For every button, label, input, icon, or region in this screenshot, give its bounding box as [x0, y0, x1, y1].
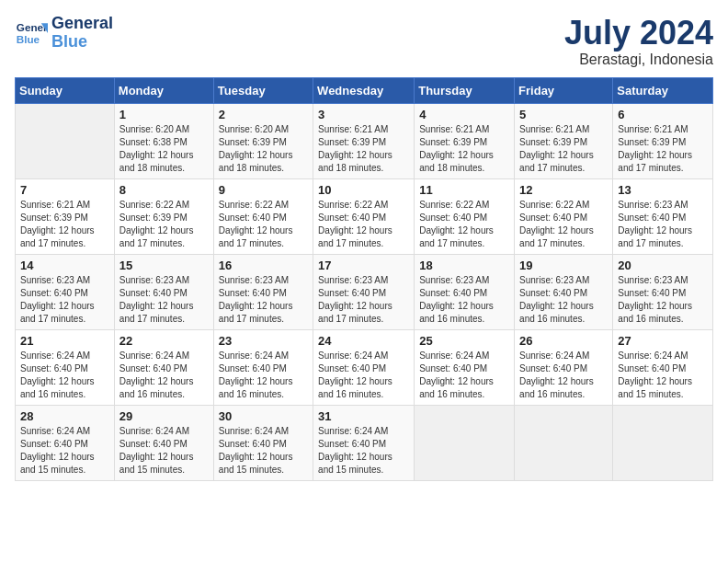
week-row-2: 7Sunrise: 6:21 AMSunset: 6:39 PMDaylight…	[16, 178, 713, 254]
svg-text:Blue: Blue	[17, 33, 40, 45]
day-cell: 7Sunrise: 6:21 AMSunset: 6:39 PMDaylight…	[16, 178, 115, 254]
logo: General Blue General Blue	[15, 15, 113, 52]
day-number: 23	[219, 334, 308, 348]
day-cell	[415, 405, 515, 480]
day-number: 8	[119, 183, 209, 197]
day-info: Sunrise: 6:23 AMSunset: 6:40 PMDaylight:…	[20, 274, 109, 326]
day-cell: 5Sunrise: 6:21 AMSunset: 6:39 PMDaylight…	[515, 103, 613, 178]
header-row: SundayMondayTuesdayWednesdayThursdayFrid…	[16, 77, 713, 103]
day-info: Sunrise: 6:24 AMSunset: 6:40 PMDaylight:…	[618, 350, 708, 401]
day-info: Sunrise: 6:22 AMSunset: 6:39 PMDaylight:…	[119, 199, 209, 250]
day-info: Sunrise: 6:24 AMSunset: 6:40 PMDaylight:…	[519, 350, 608, 401]
day-info: Sunrise: 6:21 AMSunset: 6:39 PMDaylight:…	[419, 123, 509, 175]
day-cell: 10Sunrise: 6:22 AMSunset: 6:40 PMDayligh…	[313, 178, 415, 254]
day-cell: 15Sunrise: 6:23 AMSunset: 6:40 PMDayligh…	[114, 254, 213, 329]
day-info: Sunrise: 6:23 AMSunset: 6:40 PMDaylight:…	[219, 274, 308, 326]
day-cell: 3Sunrise: 6:21 AMSunset: 6:39 PMDaylight…	[313, 103, 415, 178]
logo-icon: General Blue	[15, 17, 48, 50]
day-info: Sunrise: 6:24 AMSunset: 6:40 PMDaylight:…	[219, 350, 308, 401]
day-cell: 28Sunrise: 6:24 AMSunset: 6:40 PMDayligh…	[16, 405, 115, 480]
day-cell: 20Sunrise: 6:23 AMSunset: 6:40 PMDayligh…	[613, 254, 713, 329]
day-cell: 17Sunrise: 6:23 AMSunset: 6:40 PMDayligh…	[313, 254, 415, 329]
day-cell	[515, 405, 613, 480]
day-number: 20	[618, 259, 708, 272]
day-number: 24	[318, 334, 409, 348]
day-info: Sunrise: 6:23 AMSunset: 6:40 PMDaylight:…	[419, 274, 509, 326]
day-info: Sunrise: 6:23 AMSunset: 6:40 PMDaylight:…	[618, 199, 708, 250]
day-cell: 18Sunrise: 6:23 AMSunset: 6:40 PMDayligh…	[415, 254, 515, 329]
day-info: Sunrise: 6:21 AMSunset: 6:39 PMDaylight:…	[318, 123, 409, 175]
day-number: 16	[219, 259, 308, 272]
day-number: 12	[519, 183, 608, 197]
day-number: 6	[618, 108, 708, 121]
day-number: 5	[519, 108, 608, 121]
day-cell: 9Sunrise: 6:22 AMSunset: 6:40 PMDaylight…	[213, 178, 313, 254]
day-cell: 2Sunrise: 6:20 AMSunset: 6:39 PMDaylight…	[213, 103, 313, 178]
day-number: 28	[20, 409, 109, 423]
day-number: 10	[318, 183, 409, 197]
day-number: 19	[519, 259, 608, 272]
col-header-monday: Monday	[114, 77, 213, 103]
day-number: 22	[119, 334, 209, 348]
day-info: Sunrise: 6:21 AMSunset: 6:39 PMDaylight:…	[519, 123, 608, 175]
day-cell	[613, 405, 713, 480]
calendar-table: SundayMondayTuesdayWednesdayThursdayFrid…	[15, 77, 713, 481]
day-number: 17	[318, 259, 409, 272]
month-title: July 2024	[564, 15, 713, 52]
day-info: Sunrise: 6:22 AMSunset: 6:40 PMDaylight:…	[318, 199, 409, 250]
day-number: 13	[618, 183, 708, 197]
day-cell: 1Sunrise: 6:20 AMSunset: 6:38 PMDaylight…	[114, 103, 213, 178]
day-info: Sunrise: 6:24 AMSunset: 6:40 PMDaylight:…	[119, 425, 209, 477]
day-info: Sunrise: 6:23 AMSunset: 6:40 PMDaylight:…	[618, 274, 708, 326]
day-cell: 4Sunrise: 6:21 AMSunset: 6:39 PMDaylight…	[415, 103, 515, 178]
day-number: 26	[519, 334, 608, 348]
day-cell: 13Sunrise: 6:23 AMSunset: 6:40 PMDayligh…	[613, 178, 713, 254]
col-header-sunday: Sunday	[16, 77, 115, 103]
day-cell: 22Sunrise: 6:24 AMSunset: 6:40 PMDayligh…	[114, 329, 213, 405]
day-cell: 27Sunrise: 6:24 AMSunset: 6:40 PMDayligh…	[613, 329, 713, 405]
day-number: 31	[318, 409, 409, 423]
page-header: General Blue General Blue July 2024 Bera…	[15, 15, 713, 68]
day-number: 7	[20, 183, 109, 197]
col-header-thursday: Thursday	[415, 77, 515, 103]
day-number: 14	[20, 259, 109, 272]
day-info: Sunrise: 6:24 AMSunset: 6:40 PMDaylight:…	[119, 350, 209, 401]
day-number: 29	[119, 409, 209, 423]
day-cell: 19Sunrise: 6:23 AMSunset: 6:40 PMDayligh…	[515, 254, 613, 329]
day-number: 25	[419, 334, 509, 348]
day-info: Sunrise: 6:23 AMSunset: 6:40 PMDaylight:…	[119, 274, 209, 326]
day-info: Sunrise: 6:22 AMSunset: 6:40 PMDaylight:…	[219, 199, 308, 250]
day-cell: 29Sunrise: 6:24 AMSunset: 6:40 PMDayligh…	[114, 405, 213, 480]
day-number: 11	[419, 183, 509, 197]
day-number: 2	[219, 108, 308, 121]
day-number: 18	[419, 259, 509, 272]
col-header-saturday: Saturday	[613, 77, 713, 103]
day-cell: 21Sunrise: 6:24 AMSunset: 6:40 PMDayligh…	[16, 329, 115, 405]
day-info: Sunrise: 6:23 AMSunset: 6:40 PMDaylight:…	[318, 274, 409, 326]
day-number: 4	[419, 108, 509, 121]
day-number: 9	[219, 183, 308, 197]
week-row-3: 14Sunrise: 6:23 AMSunset: 6:40 PMDayligh…	[16, 254, 713, 329]
day-info: Sunrise: 6:24 AMSunset: 6:40 PMDaylight:…	[419, 350, 509, 401]
day-info: Sunrise: 6:24 AMSunset: 6:40 PMDaylight:…	[318, 425, 409, 477]
logo-text: General Blue	[51, 15, 113, 52]
week-row-4: 21Sunrise: 6:24 AMSunset: 6:40 PMDayligh…	[16, 329, 713, 405]
day-info: Sunrise: 6:23 AMSunset: 6:40 PMDaylight:…	[519, 274, 608, 326]
day-cell: 12Sunrise: 6:22 AMSunset: 6:40 PMDayligh…	[515, 178, 613, 254]
day-cell: 8Sunrise: 6:22 AMSunset: 6:39 PMDaylight…	[114, 178, 213, 254]
day-cell: 31Sunrise: 6:24 AMSunset: 6:40 PMDayligh…	[313, 405, 415, 480]
day-info: Sunrise: 6:22 AMSunset: 6:40 PMDaylight:…	[419, 199, 509, 250]
day-info: Sunrise: 6:20 AMSunset: 6:38 PMDaylight:…	[119, 123, 209, 175]
day-cell: 30Sunrise: 6:24 AMSunset: 6:40 PMDayligh…	[213, 405, 313, 480]
day-number: 21	[20, 334, 109, 348]
day-info: Sunrise: 6:24 AMSunset: 6:40 PMDaylight:…	[20, 425, 109, 477]
day-info: Sunrise: 6:24 AMSunset: 6:40 PMDaylight:…	[318, 350, 409, 401]
day-info: Sunrise: 6:22 AMSunset: 6:40 PMDaylight:…	[519, 199, 608, 250]
day-number: 15	[119, 259, 209, 272]
week-row-1: 1Sunrise: 6:20 AMSunset: 6:38 PMDaylight…	[16, 103, 713, 178]
day-cell	[16, 103, 115, 178]
col-header-tuesday: Tuesday	[213, 77, 313, 103]
day-cell: 24Sunrise: 6:24 AMSunset: 6:40 PMDayligh…	[313, 329, 415, 405]
day-cell: 23Sunrise: 6:24 AMSunset: 6:40 PMDayligh…	[213, 329, 313, 405]
svg-text:General: General	[17, 21, 48, 33]
